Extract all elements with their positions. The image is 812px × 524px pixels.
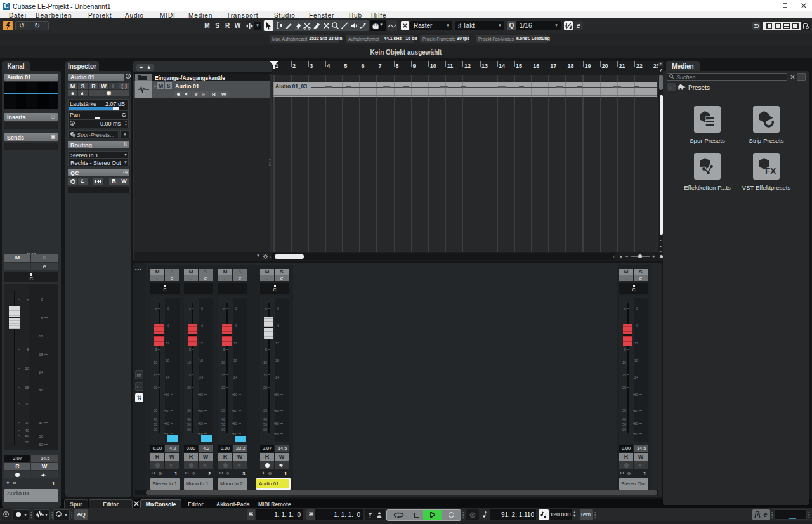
svg-text:FX: FX [765, 166, 776, 176]
